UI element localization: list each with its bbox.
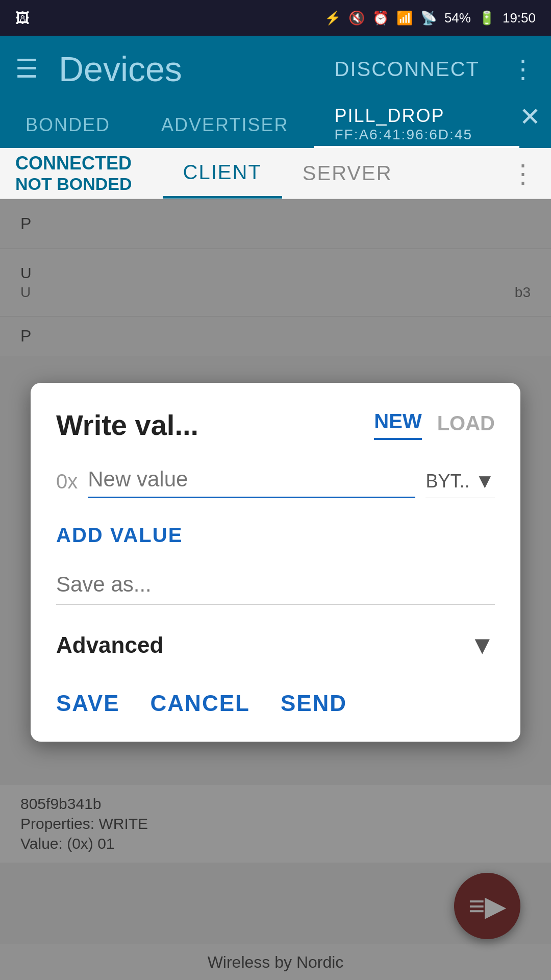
value-input[interactable] [88, 467, 415, 492]
connection-info: CONNECTED NOT BONDED [15, 153, 132, 194]
battery-level: 54% [444, 10, 471, 26]
tab-new[interactable]: NEW [374, 410, 421, 440]
tab-bonded[interactable]: BONDED [0, 102, 136, 148]
screen: 🖼 ⚡ 🔇 ⏰ 📶 📡 54% 🔋 19:50 ☰ Devices DISCON… [0, 0, 551, 980]
hamburger-icon[interactable]: ☰ [15, 54, 38, 84]
value-input-wrapper [88, 467, 415, 498]
header-more-icon[interactable]: ⋮ [510, 54, 536, 84]
wifi-icon: 📶 [396, 10, 413, 26]
app-header: ☰ Devices DISCONNECT ⋮ [0, 36, 551, 102]
value-input-row: 0x BYT.. ▼ [56, 467, 495, 498]
tab-advertiser[interactable]: ADVERTISER [136, 102, 314, 148]
sub-tab-bar: CONNECTED NOT BONDED CLIENT SERVER ⋮ [0, 148, 551, 199]
status-bar: 🖼 ⚡ 🔇 ⏰ 📶 📡 54% 🔋 19:50 [0, 0, 551, 36]
tab-client[interactable]: CLIENT [163, 148, 282, 199]
dialog-title: Write val... [56, 408, 374, 442]
page-title: Devices [59, 49, 314, 89]
dialog-actions: SAVE CANCEL SEND [56, 691, 495, 716]
tab-pill-drop[interactable]: PILL_DROP FF:A6:41:96:6D:45 [314, 102, 519, 148]
save-button[interactable]: SAVE [56, 691, 120, 716]
advanced-label: Advanced [56, 632, 470, 658]
type-selector[interactable]: BYT.. ▼ [425, 470, 495, 498]
tab-server[interactable]: SERVER [282, 148, 413, 199]
advanced-chevron-icon: ▼ [470, 630, 495, 660]
add-value-button[interactable]: ADD VALUE [56, 524, 495, 547]
status-bar-right: ⚡ 🔇 ⏰ 📶 📡 54% 🔋 19:50 [324, 10, 536, 26]
signal-icon: 📡 [420, 10, 437, 26]
pill-drop-name: PILL_DROP [334, 105, 444, 127]
cancel-button[interactable]: CANCEL [151, 691, 250, 716]
battery-icon: 🔋 [479, 10, 495, 26]
mute-icon: 🔇 [348, 10, 365, 26]
write-value-dialog: Write val... NEW LOAD 0x BYT.. ▼ ADD VAL… [31, 383, 520, 742]
send-button[interactable]: SEND [281, 691, 347, 716]
sub-more-icon[interactable]: ⋮ [510, 159, 536, 188]
tab-load[interactable]: LOAD [437, 412, 495, 440]
tab-bar: BONDED ADVERTISER PILL_DROP FF:A6:41:96:… [0, 102, 551, 148]
save-as-wrapper [56, 572, 495, 605]
photo-icon: 🖼 [15, 10, 30, 27]
content-area: P U U b3 P Write val... NEW LOAD [0, 199, 551, 980]
dialog-tabs: NEW LOAD [374, 410, 495, 440]
type-chevron-icon: ▼ [474, 470, 495, 493]
tab-bonded-label: BONDED [26, 114, 110, 136]
server-tab-label: SERVER [303, 162, 392, 185]
status-bar-left: 🖼 [15, 10, 30, 27]
disconnect-button[interactable]: DISCONNECT [335, 58, 480, 81]
sub-tabs: CLIENT SERVER [163, 148, 510, 199]
hex-prefix-label: 0x [56, 470, 78, 493]
connected-status: CONNECTED [15, 153, 132, 174]
tab-advertiser-label: ADVERTISER [161, 114, 288, 136]
pill-drop-mac: FF:A6:41:96:6D:45 [334, 127, 472, 143]
time-display: 19:50 [503, 10, 536, 26]
alarm-icon: ⏰ [372, 10, 389, 26]
bluetooth-icon: ⚡ [324, 10, 341, 26]
save-as-input[interactable] [56, 572, 495, 597]
client-tab-label: CLIENT [183, 161, 262, 184]
advanced-section[interactable]: Advanced ▼ [56, 630, 495, 660]
dialog-header: Write val... NEW LOAD [56, 408, 495, 442]
type-label: BYT.. [425, 471, 469, 492]
tab-close-icon[interactable]: ✕ [519, 102, 541, 148]
bonded-status: NOT BONDED [15, 174, 132, 194]
